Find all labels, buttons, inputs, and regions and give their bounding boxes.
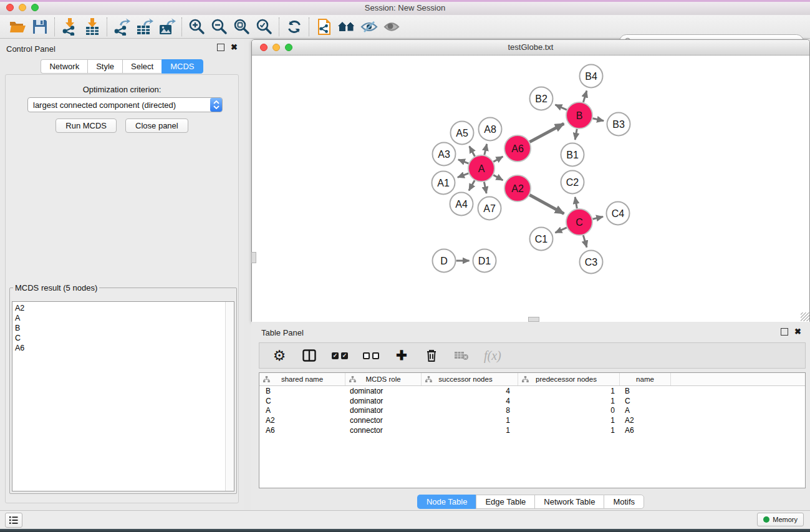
table-row[interactable]: A2connector11A2	[259, 415, 805, 425]
graph-node-A4[interactable]: A4	[450, 193, 473, 216]
graph-node-A2[interactable]: A2	[504, 175, 531, 201]
mcds-result-item[interactable]: B	[15, 323, 234, 333]
select-all-icon[interactable]: ✓✓	[332, 346, 348, 365]
close-panel-icon[interactable]: ✖	[231, 44, 238, 51]
network-canvas[interactable]: AA1A2A3A4A5A6A7A8BB1B2B3B4CC1C2C3C4DD1	[252, 56, 809, 322]
tab-mcds[interactable]: MCDS	[162, 59, 203, 74]
graph-node-B3[interactable]: B3	[607, 113, 630, 136]
column-header-predecessor-nodes[interactable]: predecessor nodes	[518, 373, 620, 385]
zoom-selected-icon[interactable]	[253, 17, 276, 37]
export-network-icon[interactable]	[111, 17, 133, 37]
edge-A-A5[interactable]	[470, 147, 475, 157]
graph-node-C2[interactable]: C2	[561, 171, 584, 194]
graph-node-C4[interactable]: C4	[607, 202, 630, 225]
graph-node-C[interactable]: C	[566, 209, 592, 235]
delete-table-icon[interactable]	[454, 346, 469, 365]
close-panel-icon[interactable]: ✖	[794, 329, 801, 335]
edge-B-B3[interactable]	[593, 118, 604, 121]
network-graph[interactable]: AA1A2A3A4A5A6A7A8BB1B2B3B4CC1C2C3C4DD1	[252, 56, 809, 322]
zoom-in-icon[interactable]	[186, 17, 208, 37]
edge-C-C3[interactable]	[583, 235, 587, 247]
mcds-result-item[interactable]: C	[15, 333, 234, 343]
graph-node-D[interactable]: D	[433, 249, 456, 273]
tab-node-table[interactable]: Node Table	[417, 495, 476, 509]
run-mcds-button[interactable]: Run MCDS	[55, 118, 117, 133]
edge-A6-B[interactable]	[529, 123, 564, 142]
zoom-fit-icon[interactable]	[231, 17, 253, 37]
network-file-icon[interactable]	[313, 17, 335, 37]
table-row[interactable]: A6connector11A6	[259, 425, 805, 435]
memory-button[interactable]: Memory	[757, 513, 804, 526]
criterion-select[interactable]: largest connected component (directed)	[27, 97, 223, 112]
mcds-result-list[interactable]: A2ABCA6	[12, 301, 234, 491]
graph-node-B4[interactable]: B4	[580, 65, 603, 88]
network-window-titlebar[interactable]: testGlobe.txt	[252, 40, 809, 56]
mcds-result-item[interactable]: A2	[15, 303, 234, 313]
graph-node-B2[interactable]: B2	[530, 87, 553, 110]
graph-node-C1[interactable]: C1	[530, 228, 553, 251]
edge-A-A6[interactable]	[493, 157, 503, 162]
table-settings-icon[interactable]: ⚙	[272, 346, 287, 365]
mcds-result-item[interactable]: A	[15, 313, 234, 323]
import-table-icon[interactable]	[81, 17, 104, 37]
edge-A-A3[interactable]	[458, 160, 469, 163]
table-row[interactable]: Cdominator41C	[259, 396, 805, 406]
edge-B-B1[interactable]	[575, 129, 577, 140]
column-header-MCDS-role[interactable]: MCDS role	[345, 373, 422, 385]
column-header-successor-nodes[interactable]: successor nodes	[422, 373, 518, 385]
graph-node-C3[interactable]: C3	[580, 251, 603, 274]
graph-node-A1[interactable]: A1	[432, 172, 455, 195]
edge-C-C2[interactable]	[575, 197, 577, 208]
tab-select[interactable]: Select	[122, 59, 162, 74]
scrollbar-track[interactable]	[225, 302, 234, 491]
edge-A-A1[interactable]	[458, 173, 469, 178]
refresh-layout-icon[interactable]	[283, 17, 306, 37]
tab-style[interactable]: Style	[87, 59, 122, 74]
deselect-all-icon[interactable]: ✓✓	[363, 346, 379, 365]
graph-node-A[interactable]: A	[468, 155, 494, 181]
graph-node-A5[interactable]: A5	[451, 122, 474, 145]
edge-B-B4[interactable]	[583, 91, 587, 102]
edge-A-A7[interactable]	[484, 182, 486, 193]
table-row[interactable]: Bdominator41B	[259, 386, 805, 396]
home-networks-icon[interactable]	[335, 17, 358, 37]
resize-corner[interactable]	[801, 312, 809, 321]
graph-node-A8[interactable]: A8	[479, 118, 502, 141]
edge-C-C4[interactable]	[593, 216, 604, 219]
tab-motifs[interactable]: Motifs	[604, 495, 644, 509]
edge-A-A8[interactable]	[485, 144, 487, 155]
function-builder-icon[interactable]: f(x)	[484, 346, 501, 365]
float-panel-icon[interactable]	[217, 44, 224, 51]
show-eye-icon[interactable]	[380, 17, 403, 37]
save-session-icon[interactable]	[29, 17, 51, 37]
column-header-name[interactable]: name	[620, 373, 671, 385]
edge-C-C1[interactable]	[555, 228, 567, 233]
graph-node-A3[interactable]: A3	[433, 143, 456, 166]
splitter-grip[interactable]	[251, 252, 256, 263]
graph-node-A6[interactable]: A6	[504, 135, 531, 162]
tab-network[interactable]: Network	[41, 59, 87, 74]
edge-A-A2[interactable]	[493, 175, 503, 180]
float-panel-icon[interactable]	[781, 328, 788, 336]
edge-A-A4[interactable]	[469, 180, 475, 190]
tab-edge-table[interactable]: Edge Table	[476, 495, 534, 509]
graph-node-B[interactable]: B	[566, 102, 592, 128]
hide-eye-icon[interactable]	[358, 17, 380, 37]
zoom-out-icon[interactable]	[208, 17, 231, 37]
mcds-result-item[interactable]: A6	[15, 343, 234, 353]
export-table-icon[interactable]	[133, 17, 156, 37]
graph-node-A7[interactable]: A7	[478, 197, 501, 220]
export-image-icon[interactable]	[156, 17, 178, 37]
open-session-icon[interactable]	[6, 17, 29, 37]
edge-A2-C[interactable]	[529, 195, 564, 214]
tab-network-table[interactable]: Network Table	[534, 495, 604, 509]
column-header-shared-name[interactable]: shared name	[259, 373, 345, 385]
import-network-icon[interactable]	[59, 17, 81, 37]
close-panel-button[interactable]: Close panel	[125, 118, 188, 133]
delete-column-icon[interactable]	[424, 346, 439, 365]
show-columns-icon[interactable]	[302, 346, 317, 365]
edge-B-B2[interactable]	[555, 105, 567, 110]
graph-node-B1[interactable]: B1	[561, 143, 584, 167]
task-history-button[interactable]	[5, 513, 22, 528]
table-row[interactable]: Adominator80A	[259, 405, 805, 415]
